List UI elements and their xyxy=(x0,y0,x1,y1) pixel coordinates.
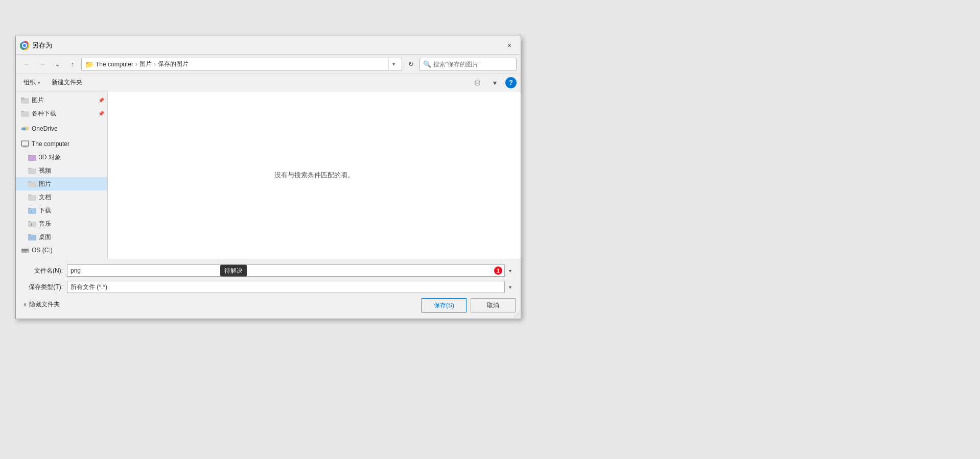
sidebar-item-onedrive[interactable]: OneDrive xyxy=(16,122,107,135)
forward-button[interactable]: → xyxy=(35,58,49,71)
path-part-2: 图片 xyxy=(139,60,152,68)
sidebar-item-pictures[interactable]: 图片 xyxy=(16,177,107,190)
filetype-input[interactable] xyxy=(67,281,516,293)
organize-button[interactable]: 组织 ▾ xyxy=(20,77,44,89)
view-button[interactable]: ⊟ xyxy=(471,76,484,89)
sidebar-label-downloads: 下载 xyxy=(39,206,51,215)
up-button[interactable]: ↑ xyxy=(66,58,79,71)
svg-rect-6 xyxy=(21,111,29,117)
sidebar-item-downloads[interactable]: ↓ 下载 xyxy=(16,204,107,217)
sidebar-item-3d[interactable]: 3D 对象 xyxy=(16,151,107,164)
svg-text:↓: ↓ xyxy=(31,209,33,213)
toggle-icon: ∧ xyxy=(23,301,27,308)
svg-rect-16 xyxy=(28,181,31,182)
sidebar: 图片 📌 各种下载 📌 OneDrive xyxy=(16,91,108,259)
recent-button[interactable]: ⌄ xyxy=(51,58,64,71)
file-area: 没有与搜索条件匹配的项。 xyxy=(108,91,521,259)
empty-text: 没有与搜索条件匹配的项。 xyxy=(274,171,354,180)
svg-line-32 xyxy=(518,316,520,318)
resize-handle[interactable] xyxy=(512,310,520,318)
save-button[interactable]: 保存(S) xyxy=(422,298,466,312)
filename-dropdown-button[interactable]: ▾ xyxy=(504,264,516,277)
sidebar-label-documents: 文档 xyxy=(39,193,51,202)
sidebar-item-music[interactable]: ♪ 音乐 xyxy=(16,217,107,230)
sidebar-label-downloads-pinned: 各种下载 xyxy=(32,109,56,118)
title-bar-controls: × xyxy=(502,39,517,52)
search-bar[interactable]: 🔍 xyxy=(419,58,517,71)
back-button[interactable]: ← xyxy=(20,58,33,71)
svg-rect-15 xyxy=(28,182,36,187)
sidebar-label-music: 音乐 xyxy=(39,220,51,228)
address-bar[interactable]: 📁 The computer › 图片 › 保存的图片 ▾ xyxy=(81,58,402,71)
organize-arrow: ▾ xyxy=(38,80,40,85)
sidebar-item-drive[interactable]: OS (C:) xyxy=(16,244,107,257)
sidebar-item-video[interactable]: 视频 xyxy=(16,164,107,177)
svg-text:♪: ♪ xyxy=(30,222,32,227)
svg-rect-8 xyxy=(21,141,29,146)
close-button[interactable]: × xyxy=(502,39,517,52)
desktop: 另存为 × ← → ⌄ ↑ 📁 The computer › 图片 › 保存的图… xyxy=(0,0,980,459)
new-folder-label: 新建文件夹 xyxy=(52,78,82,87)
svg-rect-12 xyxy=(28,155,31,156)
sidebar-label-pictures-pinned: 图片 xyxy=(32,96,44,105)
pin-icon-1: 📌 xyxy=(98,111,104,116)
search-input[interactable] xyxy=(433,61,513,68)
new-folder-button[interactable]: 新建文件夹 xyxy=(48,77,86,89)
music-folder-icon: ♪ xyxy=(28,220,36,228)
organize-label: 组织 xyxy=(24,78,36,87)
navigation-toolbar: ← → ⌄ ↑ 📁 The computer › 图片 › 保存的图片 ▾ ↻ … xyxy=(16,55,521,74)
3d-folder-icon xyxy=(28,153,36,161)
save-as-dialog: 另存为 × ← → ⌄ ↑ 📁 The computer › 图片 › 保存的图… xyxy=(15,36,521,319)
svg-rect-26 xyxy=(28,234,31,235)
bottom-panel: 文件名(N): 1 待解决 ▾ 保存类型(T): ▾ ∧ xyxy=(16,259,521,319)
drive-icon xyxy=(21,246,29,254)
dl-folder-icon: ↓ xyxy=(28,206,36,214)
desktop-folder-icon xyxy=(28,233,36,241)
main-area: 图片 📌 各种下载 📌 OneDrive xyxy=(16,91,521,259)
toggle-row: ∧ 隐藏文件夹 xyxy=(21,298,62,310)
title-bar: 另存为 × xyxy=(16,36,521,55)
folder-gray-icon-2 xyxy=(21,109,29,117)
refresh-button[interactable]: ↻ xyxy=(404,58,417,71)
sidebar-label-3d: 3D 对象 xyxy=(39,153,61,162)
svg-point-2 xyxy=(23,44,26,47)
svg-point-29 xyxy=(27,251,28,253)
view-dropdown-button[interactable]: ▾ xyxy=(488,76,501,89)
pictures-folder-icon xyxy=(28,180,36,188)
filename-row: 文件名(N): 1 待解决 ▾ xyxy=(21,263,516,278)
filename-badge: 1 xyxy=(494,267,502,275)
sidebar-item-documents[interactable]: 文档 xyxy=(16,190,107,204)
svg-rect-20 xyxy=(28,208,31,209)
address-folder-icon: 📁 xyxy=(85,60,94,68)
toggle-label: 隐藏文件夹 xyxy=(29,300,60,309)
sidebar-item-pictures-pinned[interactable]: 图片 📌 xyxy=(16,93,107,107)
folder-gray-icon xyxy=(21,96,29,104)
sidebar-item-downloads-pinned[interactable]: 各种下载 📌 xyxy=(16,107,107,120)
path-sep-2: › xyxy=(154,61,156,68)
cancel-button[interactable]: 取消 xyxy=(471,298,516,312)
sidebar-label-desktop: 桌面 xyxy=(39,233,51,241)
svg-rect-28 xyxy=(21,249,29,251)
path-sep-1: › xyxy=(135,61,137,68)
address-dropdown-button[interactable]: ▾ xyxy=(388,58,399,70)
svg-line-31 xyxy=(516,313,520,318)
app-icon xyxy=(20,41,29,50)
sidebar-label-video: 视频 xyxy=(39,166,51,175)
svg-rect-7 xyxy=(21,111,24,112)
sidebar-item-computer[interactable]: The computer xyxy=(16,137,107,151)
help-button[interactable]: ? xyxy=(505,77,517,88)
svg-rect-11 xyxy=(28,155,36,161)
sidebar-item-desktop[interactable]: 桌面 xyxy=(16,230,107,244)
filename-input[interactable] xyxy=(67,264,516,277)
path-part-3: 保存的图片 xyxy=(158,60,189,68)
filetype-label: 保存类型(T): xyxy=(21,283,67,292)
bottom-buttons: ∧ 隐藏文件夹 保存(S) 取消 xyxy=(21,298,516,315)
svg-rect-17 xyxy=(28,195,36,201)
svg-rect-5 xyxy=(21,98,24,99)
address-path: The computer › 图片 › 保存的图片 xyxy=(96,60,386,68)
path-part-1: The computer xyxy=(96,61,133,68)
filename-input-container: 1 待解决 ▾ xyxy=(67,264,516,277)
dialog-title: 另存为 xyxy=(32,41,502,50)
filetype-dropdown-button[interactable]: ▾ xyxy=(504,281,516,293)
filename-label: 文件名(N): xyxy=(21,267,67,275)
